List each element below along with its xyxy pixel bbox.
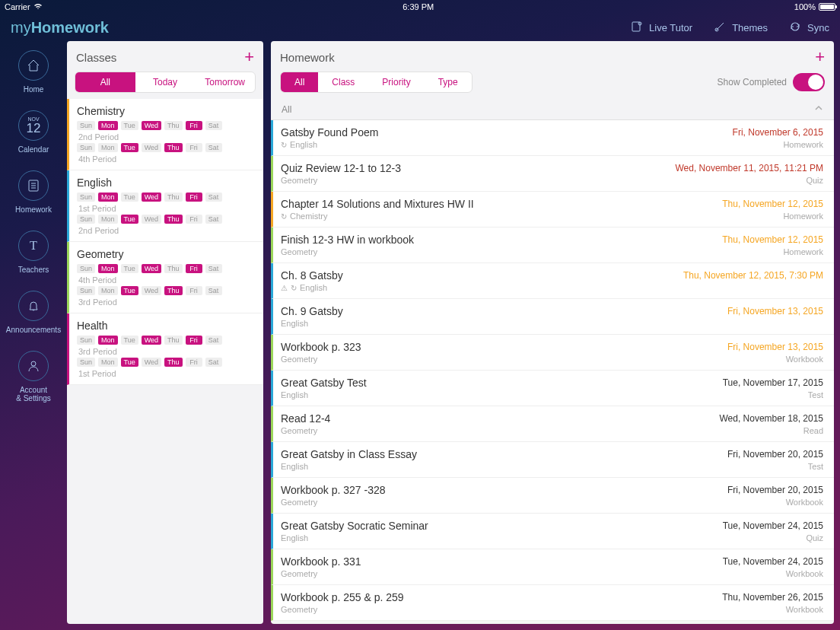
- homework-item[interactable]: Read 12-4Wed, November 18, 2015GeometryR…: [271, 406, 834, 442]
- classes-tab-today[interactable]: Today: [135, 72, 196, 92]
- period-label: 3rd Period: [78, 298, 256, 307]
- hw-date: Fri, November 20, 2015: [727, 449, 823, 460]
- themes-button[interactable]: Themes: [714, 21, 768, 35]
- day-pill: Thu: [164, 192, 183, 202]
- status-bar: Carrier 6:39 PM 100%: [0, 0, 840, 14]
- day-pill: Tue: [121, 358, 138, 367]
- add-homework-button[interactable]: +: [815, 49, 825, 65]
- collapse-section-button[interactable]: [814, 103, 823, 115]
- hw-date: Thu, November 12, 2015: [722, 234, 823, 245]
- hw-title: Chapter 14 Solutions and Mixtures HW II: [281, 198, 474, 210]
- hw-title: Ch. 8 Gatsby: [281, 269, 343, 282]
- hw-subject: Geometry: [281, 247, 317, 256]
- day-pill: Wed: [142, 215, 161, 224]
- schedule-row: SunMonTueWedThuFriSat: [77, 336, 256, 345]
- homework-item[interactable]: Great Gatsby Socratic SeminarTue, Novemb…: [271, 514, 834, 549]
- day-pill: Sun: [77, 336, 95, 345]
- hw-subject: Geometry: [281, 569, 317, 578]
- top-bar: myHomework Live Tutor Themes Sync: [0, 14, 840, 41]
- homework-panel: Homework + All Class Priority Type Show …: [271, 41, 834, 624]
- class-item[interactable]: GeometrySunMonTueWedThuFriSat4th PeriodS…: [67, 242, 263, 313]
- class-item[interactable]: EnglishSunMonTueWedThuFriSat1st PeriodSu…: [67, 170, 263, 242]
- schedule-row: SunMonTueWedThuFriSat: [77, 121, 256, 130]
- hw-tab-all[interactable]: All: [281, 72, 318, 92]
- day-pill: Fri: [186, 336, 202, 345]
- day-pill: Fri: [186, 192, 202, 202]
- nav-home[interactable]: Home: [3, 50, 64, 94]
- homework-item[interactable]: Workbook p. 331Tue, November 24, 2015Geo…: [271, 549, 834, 585]
- day-pill: Sun: [77, 286, 95, 295]
- homework-item[interactable]: Workbook p. 327 -328Fri, November 20, 20…: [271, 478, 834, 514]
- class-item[interactable]: ChemistrySunMonTueWedThuFriSat2nd Period…: [67, 99, 263, 170]
- hw-subject: Geometry: [281, 498, 317, 507]
- day-pill: Sun: [77, 192, 95, 202]
- hw-type: Workbook: [786, 605, 823, 614]
- period-label: 4th Period: [78, 154, 256, 164]
- day-pill: Sun: [77, 264, 95, 273]
- day-pill: Mon: [98, 215, 118, 224]
- hw-title: Workbook p. 255 & p. 259: [281, 591, 404, 603]
- classes-tab-all[interactable]: All: [75, 72, 135, 92]
- hw-date: Fri, November 20, 2015: [727, 485, 823, 495]
- day-pill: Sun: [77, 358, 95, 367]
- homework-item[interactable]: Great Gatsby TestTue, November 17, 2015E…: [271, 371, 834, 406]
- day-pill: Mon: [98, 336, 118, 345]
- day-pill: Mon: [98, 286, 118, 295]
- day-pill: Tue: [121, 121, 138, 130]
- sync-button[interactable]: Sync: [789, 21, 829, 35]
- nav-teachers[interactable]: T Teachers: [3, 231, 64, 274]
- day-pill: Sat: [205, 358, 222, 367]
- day-pill: Wed: [142, 264, 161, 273]
- nav-homework[interactable]: Homework: [3, 170, 64, 214]
- hw-type: Test: [808, 462, 823, 471]
- day-pill: Sat: [205, 264, 222, 273]
- classes-segmented: All Today Tomorrow: [75, 72, 256, 93]
- homework-item[interactable]: Workbook p. 323Fri, November 13, 2015Geo…: [271, 335, 834, 371]
- nav-calendar[interactable]: NOV 12 Calendar: [3, 110, 64, 154]
- hw-tab-class[interactable]: Class: [318, 72, 368, 92]
- homework-item[interactable]: Great Gatsby in Class EssayFri, November…: [271, 442, 834, 478]
- nav-account[interactable]: Account& Settings: [3, 351, 64, 402]
- homework-item[interactable]: Gatsby Found PoemFri, November 6, 2015↻E…: [271, 120, 834, 156]
- live-tutor-button[interactable]: Live Tutor: [631, 21, 692, 35]
- schedule-row: SunMonTueWedThuFriSat: [77, 358, 256, 367]
- day-pill: Thu: [164, 215, 183, 224]
- repeat-icon: ↻: [281, 141, 287, 149]
- hw-tab-type[interactable]: Type: [425, 72, 472, 92]
- battery-icon: [819, 3, 835, 11]
- profile-icon: [18, 351, 49, 381]
- hw-type: Homework: [783, 212, 823, 221]
- class-name: Chemistry: [77, 105, 256, 117]
- nav-announcements[interactable]: Announcements: [3, 291, 64, 334]
- hw-tab-priority[interactable]: Priority: [368, 72, 424, 92]
- hw-section-label: All: [282, 104, 291, 115]
- hw-title: Great Gatsby Test: [281, 377, 367, 389]
- day-pill: Tue: [121, 215, 138, 224]
- homework-item[interactable]: Finish 12-3 HW in workbookThu, November …: [271, 228, 834, 263]
- homework-item[interactable]: Ch. 8 GatsbyThu, November 12, 2015, 7:30…: [271, 263, 834, 299]
- homework-item[interactable]: Quiz Review 12-1 to 12-3Wed, November 11…: [271, 156, 834, 192]
- hw-subject: Geometry: [281, 605, 317, 614]
- homework-item[interactable]: Chapter 14 Solutions and Mixtures HW IIT…: [271, 192, 834, 228]
- period-label: 2nd Period: [78, 132, 256, 142]
- day-pill: Thu: [164, 358, 183, 367]
- hw-date: Fri, November 6, 2015: [733, 127, 823, 138]
- brush-icon: [714, 21, 726, 35]
- classes-title: Classes: [76, 51, 116, 64]
- homework-item[interactable]: Workbook p. 255 & p. 259Thu, November 26…: [271, 585, 834, 621]
- hw-subject: ↻Chemistry: [281, 212, 328, 221]
- hw-type: Workbook: [786, 498, 823, 507]
- sidebar-nav: Home NOV 12 Calendar Homework T Teachers…: [0, 41, 67, 630]
- period-label: 3rd Period: [78, 347, 256, 356]
- show-completed-toggle[interactable]: [793, 73, 825, 91]
- classes-tab-tomorrow[interactable]: Tomorrow: [195, 72, 255, 92]
- add-class-button[interactable]: +: [244, 49, 254, 65]
- hw-date: Thu, November 26, 2015: [722, 592, 823, 603]
- homework-title: Homework: [280, 51, 335, 64]
- period-label: 2nd Period: [78, 226, 256, 235]
- homework-item[interactable]: Ch. 9 GatsbyFri, November 13, 2015Englis…: [271, 299, 834, 335]
- teachers-icon: T: [18, 231, 49, 261]
- class-item[interactable]: HealthSunMonTueWedThuFriSat3rd PeriodSun…: [67, 313, 263, 385]
- hw-title: Great Gatsby Socratic Seminar: [281, 520, 428, 532]
- hw-date: Thu, November 12, 2015: [722, 199, 823, 209]
